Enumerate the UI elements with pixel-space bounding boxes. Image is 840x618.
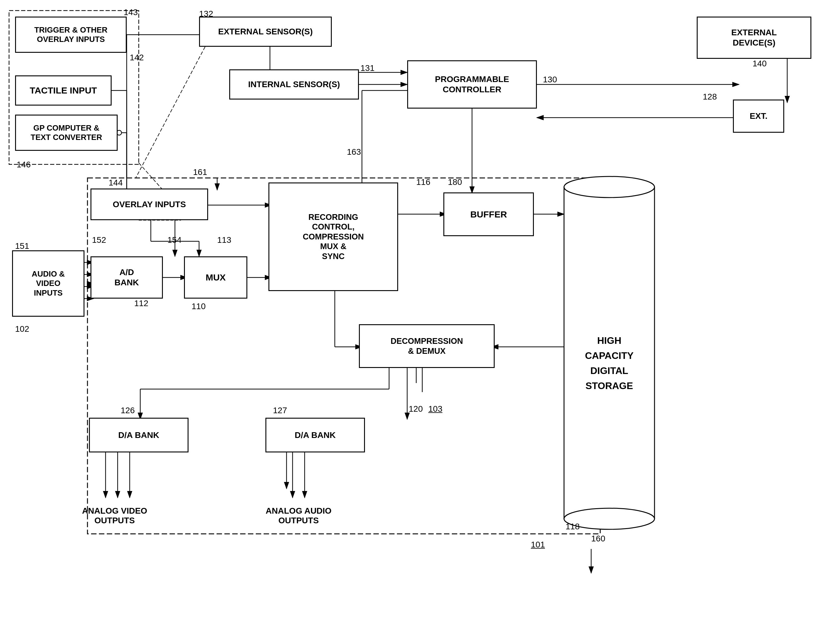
da-bank-left-box: D/A BANK bbox=[89, 418, 188, 452]
label-180: 180 bbox=[448, 177, 462, 187]
analog-video-box: ANALOG VIDEOOUTPUTS bbox=[54, 496, 175, 535]
recording-box: RECORDINGCONTROL,COMPRESSIONMUX &SYNC bbox=[269, 183, 398, 291]
decompression-box: DECOMPRESSION& DEMUX bbox=[359, 324, 495, 368]
label-102: 102 bbox=[15, 324, 29, 334]
external-device-box: EXTERNALDEVICE(S) bbox=[697, 16, 811, 59]
label-110: 110 bbox=[191, 302, 206, 311]
analog-audio-box: ANALOG AUDIOOUTPUTS bbox=[238, 496, 359, 535]
mux-box: MUX bbox=[184, 256, 247, 299]
svg-text:DIGITAL: DIGITAL bbox=[590, 365, 628, 376]
ad-bank-box: A/DBANK bbox=[91, 256, 163, 299]
label-101: 101 bbox=[531, 540, 545, 550]
da-bank-right-box: D/A BANK bbox=[266, 418, 365, 452]
label-154: 154 bbox=[168, 235, 181, 245]
label-143: 143 bbox=[124, 7, 138, 17]
buffer-box: BUFFER bbox=[444, 192, 534, 236]
overlay-inputs-box: OVERLAY INPUTS bbox=[91, 189, 208, 220]
diagram: TRIGGER & OTHEROVERLAY INPUTS TACTILE IN… bbox=[0, 0, 840, 618]
audio-video-box: AUDIO &VIDEOINPUTS bbox=[12, 250, 85, 317]
label-116: 116 bbox=[416, 177, 430, 187]
trigger-box: TRIGGER & OTHEROVERLAY INPUTS bbox=[15, 16, 127, 53]
label-144: 144 bbox=[108, 178, 123, 187]
label-127: 127 bbox=[273, 406, 287, 415]
programmable-controller-box: PROGRAMMABLECONTROLLER bbox=[407, 60, 537, 108]
label-126: 126 bbox=[121, 406, 135, 415]
label-103: 103 bbox=[428, 404, 442, 414]
label-152: 152 bbox=[92, 235, 106, 245]
digital-storage-cylinder: HIGH CAPACITY DIGITAL STORAGE bbox=[561, 175, 657, 537]
internal-sensor-box: INTERNAL SENSOR(S) bbox=[229, 69, 359, 100]
label-128: 128 bbox=[703, 92, 717, 102]
tactile-input-box: TACTILE INPUT bbox=[15, 76, 111, 105]
svg-point-56 bbox=[564, 177, 654, 198]
gp-computer-box: GP COMPUTER &TEXT CONVERTER bbox=[15, 114, 118, 151]
ext-box: EXT. bbox=[733, 100, 784, 133]
svg-line-21 bbox=[136, 47, 205, 178]
label-140: 140 bbox=[752, 59, 767, 68]
label-120: 120 bbox=[409, 404, 423, 414]
svg-text:CAPACITY: CAPACITY bbox=[585, 350, 634, 361]
label-130: 130 bbox=[543, 75, 557, 85]
label-151: 151 bbox=[15, 241, 29, 251]
label-118: 118 bbox=[565, 522, 580, 532]
svg-text:HIGH: HIGH bbox=[597, 335, 621, 346]
svg-text:STORAGE: STORAGE bbox=[585, 380, 633, 391]
label-142: 142 bbox=[130, 53, 144, 62]
label-160: 160 bbox=[591, 534, 606, 544]
label-113: 113 bbox=[217, 235, 232, 245]
label-131: 131 bbox=[361, 63, 375, 73]
external-sensor-box: EXTERNAL SENSOR(S) bbox=[199, 16, 332, 47]
label-161: 161 bbox=[193, 167, 207, 177]
label-163: 163 bbox=[347, 147, 361, 157]
svg-line-53 bbox=[139, 163, 163, 190]
label-132: 132 bbox=[199, 9, 213, 19]
label-146: 146 bbox=[16, 160, 31, 169]
label-112: 112 bbox=[134, 299, 148, 308]
